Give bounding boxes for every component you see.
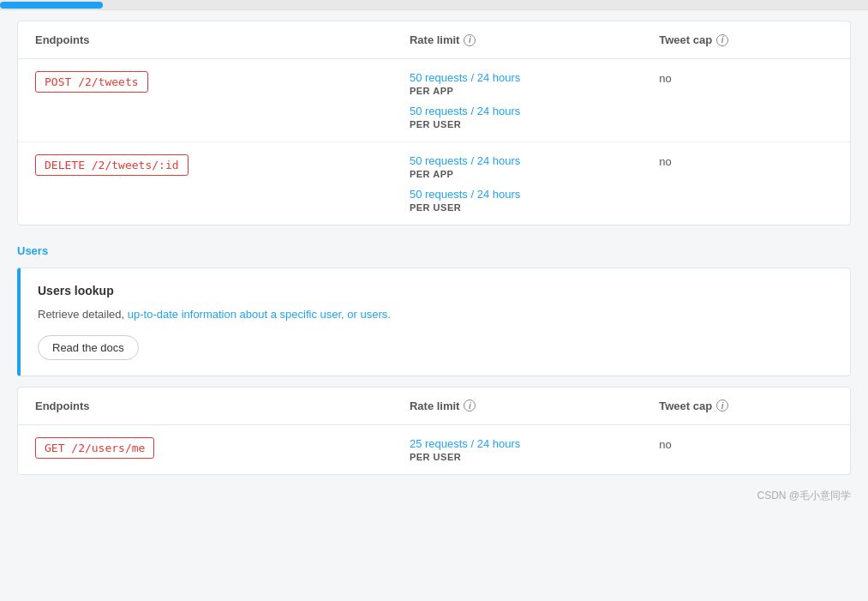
users-lookup-link[interactable]: up-to-date information about a specific … [128,308,391,321]
rate-limit-sublabel: PER USER [410,202,625,213]
tweets-col-tweetcap-header: Tweet cap i [642,21,850,59]
rate-limit-group: 25 requests / 24 hoursPER USER [410,437,625,462]
rate-limit-value: 50 requests / 24 hours [410,71,625,84]
endpoint-cell: GET /2/users/me [18,424,392,474]
scrollbar-area [0,0,868,10]
endpoint-badge[interactable]: POST /2/tweets [35,71,148,93]
tweet-cap-cell: no [642,142,850,225]
table-row: DELETE /2/tweets/:id50 requests / 24 hou… [18,142,850,225]
rate-limit-group: 50 requests / 24 hoursPER USER [410,188,625,213]
watermark: CSDN @毛小意同学 [0,485,868,510]
rate-limit-sublabel: PER APP [410,169,625,179]
tweets-col-ratelimit-header: Rate limit i [392,21,642,59]
read-docs-button[interactable]: Read the docs [38,335,139,360]
page-container: Endpoints Rate limit i Tweet cap i [0,0,868,510]
scrollbar-thumb[interactable] [0,2,103,9]
rate-limit-sublabel: PER APP [410,86,625,96]
users-section-label: Users [0,236,868,261]
users-lookup-title: Users lookup [38,284,833,297]
rate-limit-value: 50 requests / 24 hours [410,154,625,167]
users-table-card: Endpoints Rate limit i Tweet cap i [17,387,851,475]
users-col-endpoint-header: Endpoints [18,388,392,425]
rate-limit-info-icon-users[interactable]: i [464,400,476,412]
tweet-cap-value: no [659,72,671,85]
users-endpoints-table: Endpoints Rate limit i Tweet cap i [18,388,850,474]
endpoint-badge[interactable]: DELETE /2/tweets/:id [35,154,189,176]
rate-limit-cell: 25 requests / 24 hoursPER USER [392,424,642,474]
endpoint-cell: DELETE /2/tweets/:id [18,142,392,225]
rate-limit-value: 25 requests / 24 hours [410,437,625,450]
rate-limit-value: 50 requests / 24 hours [410,188,625,201]
endpoint-badge[interactable]: GET /2/users/me [35,437,154,459]
tweet-cap-info-icon-users[interactable]: i [716,400,728,412]
tweet-cap-cell: no [642,424,850,474]
users-col-ratelimit-header: Rate limit i [392,388,642,425]
rate-limit-value: 50 requests / 24 hours [410,105,625,117]
tweets-table-card: Endpoints Rate limit i Tweet cap i [17,21,851,225]
rate-limit-cell: 50 requests / 24 hoursPER APP50 requests… [392,59,642,142]
rate-limit-sublabel: PER USER [410,452,625,462]
rate-limit-group: 50 requests / 24 hoursPER APP [410,154,625,179]
rate-limit-sublabel: PER USER [410,119,625,129]
tweet-cap-value: no [659,155,671,168]
table-row: GET /2/users/me25 requests / 24 hoursPER… [18,424,850,474]
users-info-card: Users lookup Retrieve detailed, up-to-da… [17,267,851,376]
rate-limit-cell: 50 requests / 24 hoursPER APP50 requests… [392,142,642,225]
users-lookup-description: Retrieve detailed, up-to-date informatio… [38,306,833,323]
tweet-cap-cell: no [642,59,850,142]
table-row: POST /2/tweets50 requests / 24 hoursPER … [18,59,850,142]
rate-limit-group: 50 requests / 24 hoursPER USER [410,105,625,129]
tweet-cap-info-icon-tweets[interactable]: i [716,34,728,46]
endpoint-cell: POST /2/tweets [18,59,392,142]
rate-limit-info-icon-tweets[interactable]: i [464,34,476,46]
tweets-endpoints-table: Endpoints Rate limit i Tweet cap i [18,21,850,225]
users-col-tweetcap-header: Tweet cap i [642,388,850,425]
tweet-cap-value: no [659,438,671,451]
tweets-col-endpoint-header: Endpoints [18,21,392,59]
rate-limit-group: 50 requests / 24 hoursPER APP [410,71,625,96]
